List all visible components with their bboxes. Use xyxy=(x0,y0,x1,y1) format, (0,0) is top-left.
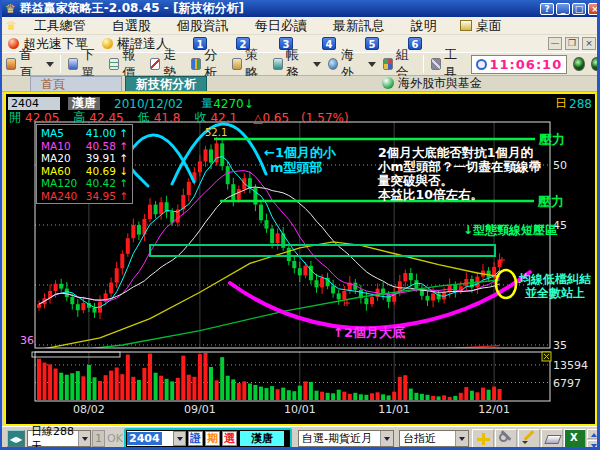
m-head-label-2: m型頭部 xyxy=(270,160,323,175)
volume-bar xyxy=(370,393,374,400)
volume-bar xyxy=(87,365,91,400)
volume-bar xyxy=(448,397,452,400)
volume-bar xyxy=(237,383,241,400)
volume-bar xyxy=(37,359,41,400)
volume-bar xyxy=(292,391,296,400)
ma-name: MA10 xyxy=(41,140,71,153)
candlestick-chart[interactable]: 08/0209/0110/0111/0112/01135946797504535… xyxy=(2,0,600,450)
chart-header-row2: 開 42.05 高 42.45 低 41.8 收 42.1 △0.65 (1.5… xyxy=(9,109,409,126)
candle-body xyxy=(131,225,135,238)
volume-bar xyxy=(226,376,230,400)
change-percent: (1.57%) xyxy=(301,111,348,125)
volume-bar xyxy=(492,387,496,400)
candle-body xyxy=(364,298,368,304)
volume-bar xyxy=(364,395,368,400)
volume-bar xyxy=(414,393,418,400)
ma-name: MA120 xyxy=(41,177,77,190)
candle-body xyxy=(315,280,319,287)
ma240-line xyxy=(39,346,500,367)
candle-body xyxy=(287,248,291,261)
volume-bar xyxy=(409,389,413,400)
volume-bar xyxy=(48,364,52,400)
volume-bar xyxy=(320,392,324,400)
volume-bar xyxy=(70,373,74,400)
ma60-line xyxy=(39,242,500,350)
volume-bar xyxy=(475,392,479,400)
x-axis-label: 10/01 xyxy=(284,403,316,416)
commentary-text-line: 量突破與否。 xyxy=(377,173,453,188)
volume-bar xyxy=(376,392,380,400)
two-month-bottom-curve xyxy=(230,272,530,328)
ma-cluster-label-1: 均線低檔糾結 xyxy=(518,272,591,286)
ma-legend: MA541.00 ↑MA1040.58 ↑MA2039.91 ↑MA6040.6… xyxy=(36,124,133,204)
candle-body xyxy=(431,293,435,300)
volume-bar xyxy=(126,355,130,400)
volume-bar xyxy=(242,381,246,400)
neckline-zone-rect xyxy=(150,245,495,256)
volume-bar xyxy=(303,381,307,400)
range-indicator-bar[interactable] xyxy=(32,352,120,357)
ma-value: 40.42 ↑ xyxy=(86,177,128,190)
candle-body xyxy=(126,238,130,254)
volume-bar xyxy=(453,396,457,400)
ma-value: 40.69 ↓ xyxy=(86,165,128,178)
candle-body xyxy=(226,166,230,184)
volume-bar xyxy=(176,378,180,400)
low-label: 低 xyxy=(138,109,150,126)
candle-body xyxy=(187,182,191,195)
volume-bar xyxy=(253,385,257,400)
candle-body xyxy=(70,297,74,304)
high-value: 42.45 xyxy=(89,111,123,125)
ma-legend-row: MA6040.69 ↓ xyxy=(41,165,128,178)
candle-body xyxy=(93,308,97,313)
volume-bar xyxy=(387,395,391,400)
volume-bar xyxy=(192,377,196,400)
neckline-zone-label: ↓型態頸線短壓區 xyxy=(463,223,557,237)
candle-body xyxy=(303,266,307,276)
ma-legend-row: MA2039.91 ↑ xyxy=(41,152,128,165)
volume-bar xyxy=(93,377,97,400)
volume-bar xyxy=(487,390,491,400)
volume-bar xyxy=(76,371,80,400)
volume-bar xyxy=(392,392,396,400)
volume-bar xyxy=(315,391,319,400)
candle-body xyxy=(498,260,502,267)
ma-value: 40.58 ↑ xyxy=(86,140,128,153)
volume-bar xyxy=(348,394,352,400)
candle-body xyxy=(320,278,324,288)
volume-bar xyxy=(265,388,269,400)
commentary-text-line: 小m型頭部？一切盡在頸線帶 xyxy=(377,159,542,174)
ma-name: MA20 xyxy=(41,152,71,165)
commentary-text-line: 本益比10倍左右。 xyxy=(377,187,483,202)
ma-cluster-label-2: 並全數站上 xyxy=(524,286,585,300)
price-axis-label: 50 xyxy=(553,159,567,172)
volume-bar xyxy=(353,393,357,400)
volume-bar xyxy=(137,380,141,400)
volume-bar xyxy=(481,388,485,400)
ma-legend-row: MA1040.58 ↑ xyxy=(41,140,128,153)
candle-body xyxy=(337,293,341,299)
volume-bar xyxy=(470,391,474,400)
volume-bar xyxy=(181,356,185,400)
volume-bar xyxy=(248,384,252,401)
candle-body xyxy=(54,284,58,291)
volume-bar xyxy=(159,376,163,400)
candle-body xyxy=(115,268,119,282)
volume-bar xyxy=(142,368,146,400)
period-label: 日 xyxy=(555,95,567,112)
volume-bar xyxy=(104,375,108,400)
candle-body xyxy=(370,297,374,304)
volume-bar xyxy=(131,377,135,400)
volume-bar xyxy=(337,390,341,400)
volume-axis-label: 6797 xyxy=(553,377,581,390)
close-label: 收 xyxy=(194,109,206,126)
close-value: 42.1 xyxy=(210,111,237,125)
volume-bar xyxy=(498,389,502,400)
two-month-bottom-label: ↑2個月大底 xyxy=(333,325,405,340)
candle-body xyxy=(276,233,280,243)
candle-body xyxy=(387,295,391,302)
volume-bar xyxy=(459,393,463,400)
candle-body xyxy=(237,189,241,200)
volume-bar xyxy=(198,354,202,400)
ma-legend-row: MA541.00 ↑ xyxy=(41,127,128,140)
